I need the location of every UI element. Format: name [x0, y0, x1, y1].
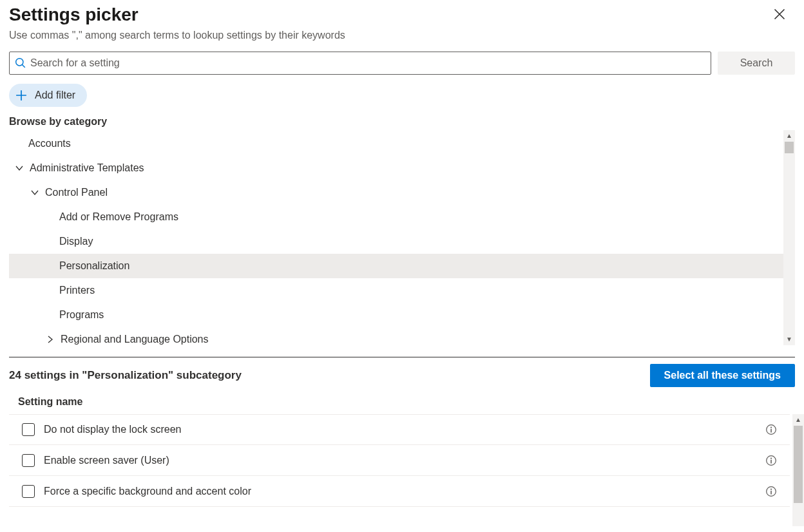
scroll-thumb[interactable]	[794, 426, 803, 503]
chevron-right-icon	[45, 334, 55, 345]
tree-item-administrative-templates[interactable]: Administrative Templates	[9, 156, 783, 180]
svg-line-1	[22, 64, 24, 67]
tree-item-label: Regional and Language Options	[61, 334, 209, 345]
svg-rect-7	[770, 459, 772, 463]
setting-row[interactable]: Force a specific background and accent c…	[9, 476, 790, 507]
setting-label[interactable]: Do not display the lock screen	[44, 424, 765, 435]
category-tree: Accounts Administrative Templates Contro…	[9, 130, 795, 352]
tree-item-regional-and-language-options[interactable]: Regional and Language Options	[9, 327, 783, 352]
scroll-down-icon[interactable]: ▼	[786, 334, 792, 345]
info-icon[interactable]	[765, 424, 777, 435]
browse-by-category-header: Browse by category	[9, 116, 795, 128]
svg-point-3	[770, 427, 772, 428]
divider	[9, 357, 795, 357]
info-icon[interactable]	[765, 455, 777, 466]
search-input[interactable]	[26, 57, 705, 69]
tree-item-control-panel[interactable]: Control Panel	[9, 180, 783, 205]
settings-list: Do not display the lock screen Enable sc…	[9, 414, 804, 507]
search-button[interactable]: Search	[718, 52, 795, 75]
tree-item-add-or-remove-programs[interactable]: Add or Remove Programs	[9, 205, 783, 229]
tree-scrollbar[interactable]: ▲ ▼	[783, 130, 795, 345]
tree-item-label: Display	[59, 236, 93, 247]
svg-rect-4	[770, 429, 772, 433]
scroll-up-icon[interactable]: ▲	[795, 414, 801, 426]
add-filter-button[interactable]: Add filter	[9, 84, 87, 107]
setting-row[interactable]: Do not display the lock screen	[9, 414, 790, 445]
tree-item-printers[interactable]: Printers	[9, 278, 783, 303]
info-icon[interactable]	[765, 486, 777, 497]
setting-row[interactable]: Enable screen saver (User)	[9, 445, 790, 476]
column-header-setting-name: Setting name	[9, 387, 795, 414]
scroll-thumb[interactable]	[785, 142, 794, 153]
page-subtitle: Use commas "," among search terms to loo…	[9, 30, 795, 41]
add-filter-label: Add filter	[35, 90, 75, 101]
svg-rect-10	[770, 490, 772, 494]
close-icon	[773, 8, 786, 21]
settings-count: 24 settings in "Personalization" subcate…	[9, 369, 242, 382]
tree-item-label: Accounts	[28, 138, 71, 149]
search-icon	[15, 57, 26, 69]
svg-point-9	[770, 488, 772, 489]
svg-point-0	[16, 59, 23, 66]
tree-item-label: Control Panel	[45, 187, 108, 198]
select-all-button[interactable]: Select all these settings	[650, 364, 795, 387]
tree-item-label: Administrative Templates	[30, 162, 144, 174]
tree-item-programs[interactable]: Programs	[9, 303, 783, 327]
close-button[interactable]	[773, 8, 791, 26]
setting-checkbox[interactable]	[22, 423, 35, 436]
search-box[interactable]	[9, 52, 711, 75]
setting-checkbox[interactable]	[22, 485, 35, 498]
setting-label[interactable]: Force a specific background and accent c…	[44, 486, 765, 497]
tree-item-personalization[interactable]: Personalization	[9, 254, 783, 278]
chevron-down-icon	[30, 187, 40, 198]
tree-item-label: Printers	[59, 285, 95, 296]
list-scrollbar[interactable]: ▲	[792, 414, 804, 526]
page-title: Settings picker	[9, 4, 139, 26]
tree-item-display[interactable]: Display	[9, 229, 783, 254]
tree-item-accounts[interactable]: Accounts	[9, 131, 783, 156]
tree-item-label: Personalization	[59, 260, 129, 272]
svg-point-6	[770, 457, 772, 459]
setting-label[interactable]: Enable screen saver (User)	[44, 455, 765, 466]
setting-checkbox[interactable]	[22, 454, 35, 467]
scroll-up-icon[interactable]: ▲	[786, 130, 792, 142]
tree-item-label: Add or Remove Programs	[59, 211, 178, 223]
plus-icon	[15, 90, 27, 101]
chevron-down-icon	[14, 163, 24, 173]
tree-item-label: Programs	[59, 309, 104, 321]
